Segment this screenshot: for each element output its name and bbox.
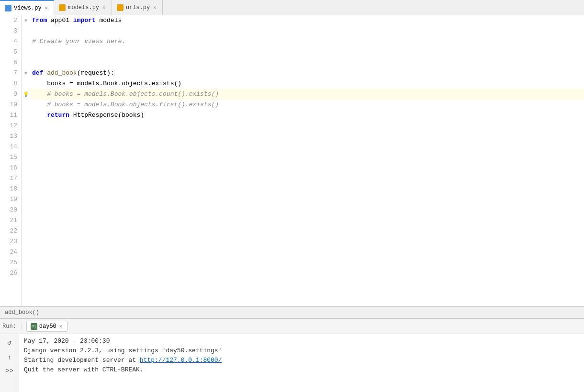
code-line-23[interactable] [30, 236, 584, 247]
code-line-24[interactable] [30, 247, 584, 258]
line-numbers: 2345678910111213141516171819202122232425… [0, 15, 22, 306]
code-line-15[interactable] [30, 152, 584, 163]
code-line-17[interactable] [30, 173, 584, 184]
code-line-5[interactable] [30, 47, 584, 57]
tab-models-label: models.py [68, 4, 99, 11]
code-line-26[interactable] [30, 268, 584, 279]
fold-spacer-20 [22, 205, 30, 215]
tab-views-label: views.py [14, 5, 42, 11]
svg-point-2 [118, 6, 122, 10]
code-line-6[interactable] [30, 57, 584, 68]
code-line-7[interactable]: def add_book(request): [30, 68, 584, 78]
svg-point-0 [6, 6, 10, 10]
line-num-23: 23 [0, 236, 17, 247]
run-scroll-up-button[interactable]: ↑ [4, 352, 15, 363]
tab-views-close[interactable]: ✕ [44, 4, 49, 11]
fold-spacer-10 [22, 100, 30, 110]
code-line-16[interactable] [30, 163, 584, 173]
code-line-4[interactable]: # Create your views here. [30, 36, 584, 47]
code-line-21[interactable] [30, 215, 584, 226]
fold-spacer-6 [22, 57, 30, 68]
line-num-9: 9 [0, 89, 17, 100]
code-line-18[interactable] [30, 184, 584, 194]
fold-spacer-13 [22, 131, 30, 142]
code-line-8[interactable]: books = models.Book.objects.exists() [30, 78, 584, 89]
tab-models-close[interactable]: ✕ [101, 4, 107, 11]
fold-spacer-23 [22, 236, 30, 247]
line-num-26: 26 [0, 268, 17, 279]
fold-spacer-14 [22, 142, 30, 152]
fold-spacer-18 [22, 184, 30, 194]
tab-urls-label: urls.py [126, 4, 150, 11]
line-num-21: 21 [0, 215, 17, 226]
line-num-19: 19 [0, 194, 17, 205]
line-num-3: 3 [0, 26, 17, 36]
code-line-10[interactable]: # books = models.Book.objects.first().ex… [30, 100, 584, 110]
code-content[interactable]: from app01 import models # Create your v… [30, 15, 584, 306]
run-sidebar: ↺ ↑ >> [0, 334, 19, 392]
run-tab-label: day50 [39, 323, 56, 330]
line-num-14: 14 [0, 142, 17, 152]
tab-urls-close[interactable]: ✕ [152, 4, 157, 11]
line-num-7: 7 [0, 68, 17, 78]
fold-spacer-11 [22, 110, 30, 121]
line-num-15: 15 [0, 152, 17, 163]
tab-models[interactable]: models.py ✕ [54, 0, 112, 15]
fold-spacer-25 [22, 258, 30, 268]
status-text: add_book() [5, 309, 39, 316]
line-num-12: 12 [0, 121, 17, 131]
code-line-11[interactable]: return HttpResponse(books) [30, 110, 584, 121]
line-num-10: 10 [0, 100, 17, 110]
code-line-12[interactable] [30, 121, 584, 131]
svg-point-1 [60, 6, 64, 10]
line-num-6: 6 [0, 57, 17, 68]
code-line-19[interactable] [30, 194, 584, 205]
line-num-13: 13 [0, 131, 17, 142]
tab-views[interactable]: views.py ✕ [0, 0, 54, 15]
run-more-button[interactable]: >> [4, 367, 15, 375]
views-file-icon [5, 5, 11, 11]
line-num-22: 22 [0, 226, 17, 236]
tab-bar: views.py ✕ models.py ✕ urls.py ✕ [0, 0, 584, 15]
tab-urls[interactable]: urls.py ✕ [112, 0, 163, 15]
status-bar: add_book() [0, 306, 584, 318]
fold-spacer-16 [22, 163, 30, 173]
code-line-3[interactable] [30, 26, 584, 36]
code-line-13[interactable] [30, 131, 584, 142]
run-content: ↺ ↑ >> May 17, 2020 - 23:00:30Django ver… [0, 334, 584, 392]
run-output-line: May 17, 2020 - 23:00:30 [24, 336, 579, 346]
fold-button-2[interactable]: ▼ [22, 15, 30, 26]
server-url-link[interactable]: http://127.0.0.1:8000/ [140, 357, 222, 364]
line-num-17: 17 [0, 173, 17, 184]
fold-spacer-22 [22, 226, 30, 236]
fold-spacer-4 [22, 36, 30, 47]
line-num-20: 20 [0, 205, 17, 215]
code-line-22[interactable] [30, 226, 584, 236]
run-output-line: Quit the server with CTRL-BREAK. [24, 365, 579, 375]
run-restart-button[interactable]: ↺ [4, 336, 15, 348]
code-line-20[interactable] [30, 205, 584, 215]
fold-spacer-26 [22, 268, 30, 279]
editor-area: 2345678910111213141516171819202122232425… [0, 15, 584, 306]
line-num-18: 18 [0, 184, 17, 194]
line-num-5: 5 [0, 47, 17, 57]
code-line-2[interactable]: from app01 import models [30, 15, 584, 26]
fold-spacer-17 [22, 173, 30, 184]
fold-spacer-19 [22, 194, 30, 205]
models-file-icon [59, 4, 66, 11]
code-line-25[interactable] [30, 258, 584, 268]
fold-spacer-15 [22, 152, 30, 163]
fold-spacer-24 [22, 247, 30, 258]
line-num-16: 16 [0, 163, 17, 173]
fold-gutter: ▼▼💡 [22, 15, 30, 306]
django-icon: dj [31, 323, 37, 330]
fold-spacer-12 [22, 121, 30, 131]
code-line-9[interactable]: # books = models.Book.objects.count().ex… [30, 89, 584, 100]
line-num-24: 24 [0, 247, 17, 258]
line-num-2: 2 [0, 15, 17, 26]
run-tab-close[interactable]: ✕ [58, 323, 64, 330]
bulb-icon-9[interactable]: 💡 [22, 89, 30, 100]
code-line-14[interactable] [30, 142, 584, 152]
run-tab-day50[interactable]: dj day50 ✕ [26, 321, 68, 332]
fold-button-7[interactable]: ▼ [22, 68, 30, 78]
